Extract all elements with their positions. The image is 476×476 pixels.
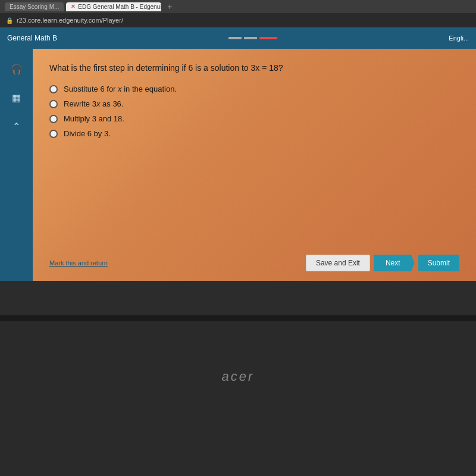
sidebar-calculator-icon[interactable]: ▦ xyxy=(8,89,25,106)
bottom-bar: Mark this and return Save and Exit Next … xyxy=(49,250,459,271)
tab-close-icon[interactable]: ✕ xyxy=(71,4,76,10)
submit-button[interactable]: Submit xyxy=(418,255,459,271)
option-d-text: Divide 6 by 3. xyxy=(64,129,111,138)
app-header: General Math B Engli... xyxy=(0,27,476,49)
answer-option-a[interactable]: Substitute 6 for x in the equation. xyxy=(49,84,459,93)
header-indicators xyxy=(228,37,277,39)
option-b-text: Rewrite 3x as 36. xyxy=(64,99,123,108)
action-buttons: Save and Exit Next Submit xyxy=(306,255,459,271)
new-tab-button[interactable]: + xyxy=(164,2,176,11)
question-section: What is the first step in determining if… xyxy=(49,63,459,243)
radio-d[interactable] xyxy=(49,130,58,138)
indicator-3 xyxy=(259,37,277,39)
question-text: What is the first step in determining if… xyxy=(49,63,459,73)
address-bar[interactable]: r23.core.learn.edgenuity.com/Player/ xyxy=(17,17,123,24)
answer-option-b[interactable]: Rewrite 3x as 36. xyxy=(49,99,459,108)
lock-icon: 🔒 xyxy=(6,17,13,24)
language-label[interactable]: Engli... xyxy=(449,35,469,42)
laptop-body: acer xyxy=(0,321,476,476)
mark-return-button[interactable]: Mark this and return xyxy=(49,259,108,267)
inactive-tab-label: Essay Scoring M... xyxy=(10,4,59,10)
answer-option-c[interactable]: Multiply 3 and 18. xyxy=(49,114,459,123)
app-title: General Math B xyxy=(7,34,57,42)
active-tab-label: EDG General Math B - Edgenuity.. xyxy=(78,4,161,10)
sidebar-headphones-icon[interactable]: 🎧 xyxy=(8,61,25,77)
answer-option-d[interactable]: Divide 6 by 3. xyxy=(49,129,459,138)
answer-options: Substitute 6 for x in the equation. Rewr… xyxy=(49,84,459,138)
sidebar-caret-icon[interactable]: ⌃ xyxy=(8,118,25,134)
indicator-2 xyxy=(244,37,257,39)
radio-b[interactable] xyxy=(49,100,58,108)
quiz-area: What is the first step in determining if… xyxy=(33,49,476,281)
indicator-1 xyxy=(228,37,242,39)
next-button[interactable]: Next xyxy=(374,255,415,271)
sidebar: 🎧 ▦ ⌃ xyxy=(0,49,33,281)
option-a-text: Substitute 6 for x in the equation. xyxy=(64,84,177,93)
radio-c[interactable] xyxy=(49,115,58,123)
save-exit-button[interactable]: Save and Exit xyxy=(306,255,370,271)
browser-tab-active[interactable]: ✕ EDG General Math B - Edgenuity.. ✕ xyxy=(66,2,161,11)
radio-a[interactable] xyxy=(49,85,58,93)
laptop-brand: acer xyxy=(222,369,255,384)
browser-tab-inactive[interactable]: Essay Scoring M... xyxy=(5,2,64,11)
option-c-text: Multiply 3 and 18. xyxy=(64,114,124,123)
